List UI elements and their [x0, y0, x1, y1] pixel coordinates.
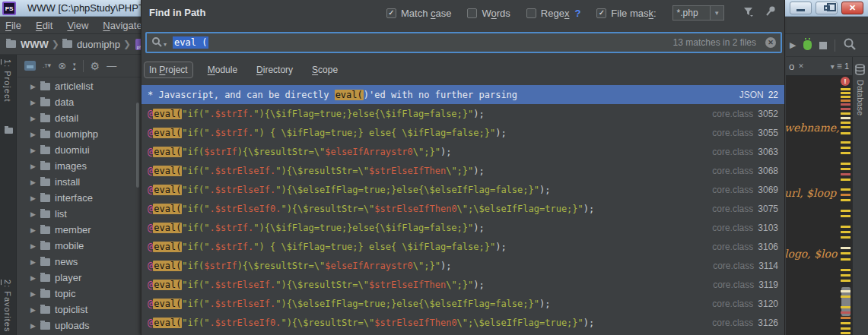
- checkbox-match-case[interactable]: ✓: [386, 8, 396, 18]
- stop-icon[interactable]: [819, 42, 827, 49]
- tree-item-articlelist[interactable]: ▶articlelist: [17, 78, 141, 94]
- result-row[interactable]: @eval("if($strIf){\$resultStr=\"$elseIfA…: [141, 142, 784, 161]
- expand-arrow-icon[interactable]: ▶: [30, 147, 40, 154]
- tree-item-duomiphp[interactable]: ▶duomiphp: [17, 126, 141, 142]
- tree-item-uploads[interactable]: ▶uploads: [17, 318, 141, 333]
- tree-item-interface[interactable]: ▶interface: [17, 190, 141, 206]
- result-row[interactable]: * Javascript, and can be directly eval()…: [141, 85, 784, 104]
- chevron-down-icon[interactable]: ▾: [831, 62, 835, 71]
- tree-item-mobile[interactable]: ▶mobile: [17, 238, 141, 254]
- restore-button[interactable]: [816, 2, 838, 14]
- result-row[interactable]: @eval("if(".$strElseIf0."){\$resultStr=\…: [141, 313, 784, 332]
- tree-item-detail[interactable]: ▶detail: [17, 110, 141, 126]
- expand-arrow-icon[interactable]: ▶: [30, 242, 40, 250]
- menu-view[interactable]: View: [67, 20, 88, 31]
- option-words[interactable]: Words: [467, 8, 510, 19]
- tree-item-data[interactable]: ▶data: [17, 94, 141, 110]
- menu-edit[interactable]: Edit: [36, 20, 52, 31]
- result-row[interactable]: @eval("if(".$strElseIf."){\$resultStr=\"…: [141, 161, 784, 180]
- result-row[interactable]: @eval("if(".$strElseIf0."){\$resultStr=\…: [141, 199, 784, 218]
- debug-icon[interactable]: [803, 40, 812, 50]
- menu-file[interactable]: File: [5, 20, 21, 31]
- search-everywhere-icon[interactable]: [843, 37, 857, 53]
- result-row[interactable]: @eval("if(".$strIf."){\$ifFlag=true;}els…: [141, 104, 784, 123]
- scope-tab-module[interactable]: Module: [203, 62, 242, 77]
- breadcrumb-item-duomiphp[interactable]: duomiphp: [77, 39, 120, 50]
- expand-arrow-icon[interactable]: ▶: [30, 131, 40, 138]
- close-button[interactable]: ✕: [841, 2, 863, 14]
- expand-arrow-icon[interactable]: ▶: [30, 210, 40, 218]
- editor-area[interactable]: webname, $url, $looplogo, $loo: [786, 76, 840, 335]
- breadcrumb-item-www[interactable]: WWW: [21, 39, 49, 50]
- tree-item-topic[interactable]: ▶topic: [17, 286, 141, 302]
- run-icon[interactable]: ▶: [790, 41, 796, 49]
- scope-tab-in-project[interactable]: In Project: [144, 62, 193, 78]
- tool-button-database[interactable]: Database: [856, 80, 865, 115]
- collapse-all-icon[interactable]: ▾▴: [73, 62, 76, 70]
- checkbox-words[interactable]: [467, 8, 477, 18]
- option-regex[interactable]: Regex?: [526, 8, 581, 19]
- scope-tab-scope[interactable]: Scope: [307, 62, 342, 77]
- expand-arrow-icon[interactable]: ▶: [30, 290, 40, 298]
- stripe-mark: [841, 311, 851, 314]
- error-stripe[interactable]: !: [840, 76, 852, 335]
- tree-item-player[interactable]: ▶player: [17, 270, 141, 286]
- expand-arrow-icon[interactable]: ▶: [30, 115, 40, 122]
- expand-arrow-icon[interactable]: ▶: [30, 258, 40, 266]
- expand-arrow-icon[interactable]: ▶: [30, 83, 40, 90]
- view-options-icon[interactable]: .т▾: [43, 62, 51, 69]
- result-row[interactable]: @eval("if(".$strElseIf."){\$elseIfFlag=t…: [141, 294, 784, 313]
- search-icon[interactable]: [151, 36, 162, 49]
- expand-arrow-icon[interactable]: ▶: [30, 322, 40, 330]
- checkbox-file-mask[interactable]: ✓: [596, 8, 606, 18]
- file-mask-combobox[interactable]: *.php▼: [672, 5, 724, 21]
- expand-arrow-icon[interactable]: ▶: [30, 274, 40, 282]
- search-field[interactable]: ▾ eval ( 13 matches in 2 files ✕: [145, 32, 782, 53]
- main-toolbar-right: ▶: [786, 34, 868, 57]
- expand-arrow-icon[interactable]: ▶: [30, 306, 40, 314]
- tree-item-topiclist[interactable]: ▶topiclist: [17, 302, 141, 318]
- expand-arrow-icon[interactable]: ▶: [30, 179, 40, 186]
- regex-help-icon[interactable]: ?: [574, 8, 580, 19]
- gear-icon[interactable]: ⚙: [91, 61, 100, 71]
- result-row[interactable]: @eval("if(".$strElseIf."){\$resultStr=\"…: [141, 275, 784, 294]
- result-row[interactable]: @eval("if(".$strIf.") { \$ifFlag=true;} …: [141, 237, 784, 256]
- close-icon: ✕: [849, 4, 856, 12]
- scope-tab-directory[interactable]: Directory: [252, 62, 297, 77]
- tool-button-favorites[interactable]: 2: Favorites: [3, 280, 12, 332]
- result-row[interactable]: @eval("if(".$strIf."){\$ifFlag=true;}els…: [141, 218, 784, 237]
- search-history-icon[interactable]: ▾: [164, 41, 167, 48]
- clear-search-icon[interactable]: ✕: [765, 37, 776, 48]
- menu-navigate[interactable]: Navigate: [103, 20, 141, 31]
- result-row[interactable]: @eval("if(".$strElseIf."){\$elseIfFlag=t…: [141, 180, 784, 199]
- tool-button-project[interactable]: 1: Project: [3, 59, 12, 102]
- result-row[interactable]: @eval("if($strIf){\$resultStr=\"$elseIfA…: [141, 256, 784, 275]
- editor-tab-label[interactable]: o: [789, 61, 794, 72]
- tree-item-duomiui[interactable]: ▶duomiui: [17, 142, 141, 158]
- search-query[interactable]: eval (: [173, 36, 208, 49]
- tree-scrollbar[interactable]: [136, 103, 139, 188]
- expand-arrow-icon[interactable]: ▶: [30, 194, 40, 202]
- pin-icon[interactable]: [765, 5, 777, 19]
- tree-item-list[interactable]: ▶list: [17, 206, 141, 222]
- editor-list-icon[interactable]: ≡: [837, 61, 842, 71]
- minimize-button[interactable]: [790, 2, 812, 14]
- tree-item-install[interactable]: ▶install: [17, 174, 141, 190]
- tree-item-member[interactable]: ▶member: [17, 222, 141, 238]
- tree-item-news[interactable]: ▶news: [17, 254, 141, 270]
- tree-item-images[interactable]: ▶images: [17, 158, 141, 174]
- hide-panel-icon[interactable]: —: [107, 61, 116, 71]
- result-row[interactable]: @eval("if(".$strIf.") { \$ifFlag=true;} …: [141, 123, 784, 142]
- tab-close-icon[interactable]: ✕: [798, 62, 804, 70]
- checkbox-regex[interactable]: [526, 8, 536, 18]
- file-mask-value[interactable]: *.php: [672, 5, 711, 21]
- option-match-case[interactable]: ✓Match case: [386, 8, 451, 19]
- expand-arrow-icon[interactable]: ▶: [30, 226, 40, 234]
- locate-file-icon[interactable]: ⊗: [58, 61, 66, 71]
- expand-arrow-icon[interactable]: ▶: [30, 99, 40, 106]
- option-file-mask[interactable]: ✓File mask:: [596, 8, 656, 19]
- combo-arrow-icon[interactable]: ▼: [711, 5, 724, 21]
- expand-arrow-icon[interactable]: ▶: [30, 163, 40, 170]
- filter-results-icon[interactable]: [742, 6, 755, 21]
- scope-view-icon[interactable]: [24, 61, 36, 71]
